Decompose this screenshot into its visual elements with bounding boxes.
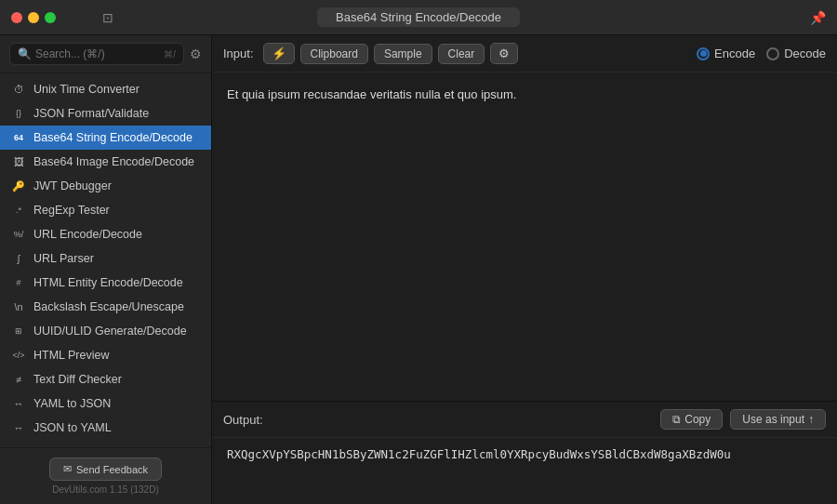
backslash-icon: \n xyxy=(11,299,26,314)
html-entity-icon: # xyxy=(11,275,26,290)
use-as-input-label: Use as input xyxy=(742,413,804,426)
sidebar-item-label: Backslash Escape/Unescape xyxy=(33,300,184,313)
minimize-button[interactable] xyxy=(28,12,39,23)
settings-icon: ⚙ xyxy=(498,46,510,60)
sidebar-item-html-preview[interactable]: </> HTML Preview xyxy=(0,343,211,367)
search-input-wrapper[interactable]: 🔍 ⌘/ xyxy=(9,43,184,65)
text-diff-icon: ≠ xyxy=(11,372,26,387)
input-label: Input: xyxy=(223,46,254,60)
sidebar-item-label: YAML to JSON xyxy=(33,397,111,410)
sidebar-item-label: HTML Entity Encode/Decode xyxy=(33,276,183,289)
search-shortcut: ⌘/ xyxy=(164,49,176,60)
sidebar-item-label: HTML Preview xyxy=(33,349,110,362)
yaml-json-icon: ↔ xyxy=(11,396,26,411)
input-section: Input: ⚡ Clipboard Sample Clear ⚙ Encode xyxy=(212,35,837,402)
use-as-input-button[interactable]: Use as input ↑ xyxy=(730,409,826,430)
sidebar-item-label: JSON Format/Validate xyxy=(33,107,149,120)
sidebar-item-number-base[interactable]: :: Number Base Converter xyxy=(0,440,211,447)
settings-icon[interactable]: ⚙ xyxy=(190,46,202,61)
search-bar: 🔍 ⌘/ ⚙ xyxy=(0,35,211,73)
close-button[interactable] xyxy=(11,12,22,23)
traffic-lights xyxy=(0,12,56,23)
sidebar-item-label: Base64 String Encode/Decode xyxy=(33,131,193,144)
envelope-icon: ✉ xyxy=(63,463,72,475)
sidebar-item-label: UUID/ULID Generate/Decode xyxy=(33,325,187,338)
pin-icon[interactable]: 📌 xyxy=(810,10,826,25)
sidebar-item-label: JWT Debugger xyxy=(33,179,112,192)
output-text-area: RXQgcXVpYSBpcHN1bSByZWN1c2FuZGFlIHZlcml0… xyxy=(212,438,837,504)
json-yaml-icon: ↔ xyxy=(11,420,26,435)
sidebar-item-html-entity[interactable]: # HTML Entity Encode/Decode xyxy=(0,271,211,295)
version-text: DevUtils.com 1.15 (132D) xyxy=(52,484,158,495)
main-layout: 🔍 ⌘/ ⚙ ⏱ Unix Time Converter {} JSON For… xyxy=(0,35,837,504)
jwt-icon: 🔑 xyxy=(11,179,26,193)
sidebar-item-label: Text Diff Checker xyxy=(33,373,122,386)
encode-label: Encode xyxy=(714,46,755,60)
copy-button[interactable]: ⧉ Copy xyxy=(660,409,723,430)
lightning-icon: ⚡ xyxy=(272,46,286,60)
sidebar-item-yaml-json[interactable]: ↔ YAML to JSON xyxy=(0,391,211,416)
url-encode-icon: %/ xyxy=(11,227,26,242)
sidebar-item-label: RegExp Tester xyxy=(33,204,110,217)
copy-icon: ⧉ xyxy=(672,413,681,426)
input-toolbar: Input: ⚡ Clipboard Sample Clear ⚙ Encode xyxy=(212,35,837,73)
clipboard-button[interactable]: Clipboard xyxy=(300,44,368,64)
search-input[interactable] xyxy=(35,47,160,60)
base64-string-icon: 64 xyxy=(11,130,26,145)
html-preview-icon: </> xyxy=(11,348,26,363)
settings-button[interactable]: ⚙ xyxy=(490,43,518,64)
regexp-icon: .* xyxy=(11,203,26,218)
sidebar-item-json-format[interactable]: {} JSON Format/Validate xyxy=(0,101,211,126)
uuid-icon: ⊞ xyxy=(11,324,26,338)
output-text: RXQgcXVpYSBpcHN1bSByZWN1c2FuZGFlIHZlcml0… xyxy=(227,447,731,461)
sidebar-item-label: JSON to YAML xyxy=(33,421,112,434)
encode-decode-group: Encode Decode xyxy=(697,46,826,60)
window-title: Base64 String Encode/Decode xyxy=(317,7,520,27)
feedback-button[interactable]: ✉ Send Feedback xyxy=(49,458,162,481)
decode-radio[interactable] xyxy=(766,47,779,60)
sidebar-item-jwt[interactable]: 🔑 JWT Debugger xyxy=(0,174,211,198)
sidebar-item-url-parser[interactable]: ∫ URL Parser xyxy=(0,246,211,271)
sidebar-item-base64-string[interactable]: 64 Base64 String Encode/Decode xyxy=(0,126,211,150)
output-actions: ⧉ Copy Use as input ↑ xyxy=(660,409,826,430)
input-text: Et quia ipsum recusandae veritatis nulla… xyxy=(227,87,516,101)
sidebar-item-label: Unix Time Converter xyxy=(33,83,140,96)
sidebar-item-unix-time[interactable]: ⏱ Unix Time Converter xyxy=(0,77,211,101)
encode-option[interactable]: Encode xyxy=(697,46,755,60)
encode-radio[interactable] xyxy=(697,47,710,60)
lightning-button[interactable]: ⚡ xyxy=(263,43,295,64)
base64-image-icon: 🖼 xyxy=(11,154,26,169)
output-label: Output: xyxy=(223,413,263,427)
decode-label: Decode xyxy=(784,46,826,60)
title-bar: ⊡ Base64 String Encode/Decode 📌 xyxy=(0,0,837,35)
sidebar-item-regexp[interactable]: .* RegExp Tester xyxy=(0,198,211,222)
use-as-input-icon: ↑ xyxy=(808,413,814,426)
sidebar-toggle-icon[interactable]: ⊡ xyxy=(102,10,113,25)
copy-label: Copy xyxy=(684,413,711,426)
sidebar-item-label: Base64 Image Encode/Decode xyxy=(33,155,194,168)
sidebar: 🔍 ⌘/ ⚙ ⏱ Unix Time Converter {} JSON For… xyxy=(0,35,212,504)
url-parser-icon: ∫ xyxy=(11,251,26,266)
sidebar-footer: ✉ Send Feedback DevUtils.com 1.15 (132D) xyxy=(0,447,211,504)
output-section: Output: ⧉ Copy Use as input ↑ RXQgcXVpYS… xyxy=(212,402,837,504)
sidebar-item-text-diff[interactable]: ≠ Text Diff Checker xyxy=(0,367,211,391)
json-format-icon: {} xyxy=(11,106,26,121)
sidebar-item-url-encode[interactable]: %/ URL Encode/Decode xyxy=(0,222,211,246)
sample-button[interactable]: Sample xyxy=(374,44,432,64)
sidebar-item-base64-image[interactable]: 🖼 Base64 Image Encode/Decode xyxy=(0,150,211,174)
output-toolbar: Output: ⧉ Copy Use as input ↑ xyxy=(212,402,837,438)
sidebar-list: ⏱ Unix Time Converter {} JSON Format/Val… xyxy=(0,73,211,447)
decode-option[interactable]: Decode xyxy=(766,46,826,60)
content-area: Input: ⚡ Clipboard Sample Clear ⚙ Encode xyxy=(212,35,837,504)
sidebar-item-backslash[interactable]: \n Backslash Escape/Unescape xyxy=(0,295,211,319)
search-icon: 🔍 xyxy=(18,47,32,60)
clear-button[interactable]: Clear xyxy=(438,44,485,64)
sidebar-item-label: URL Encode/Decode xyxy=(33,228,142,241)
feedback-label: Send Feedback xyxy=(76,464,148,475)
sidebar-item-json-yaml[interactable]: ↔ JSON to YAML xyxy=(0,416,211,440)
input-text-area[interactable]: Et quia ipsum recusandae veritatis nulla… xyxy=(212,73,837,401)
sidebar-item-label: URL Parser xyxy=(33,252,94,265)
sidebar-item-uuid[interactable]: ⊞ UUID/ULID Generate/Decode xyxy=(0,319,211,343)
maximize-button[interactable] xyxy=(45,12,56,23)
unix-time-icon: ⏱ xyxy=(11,82,26,97)
